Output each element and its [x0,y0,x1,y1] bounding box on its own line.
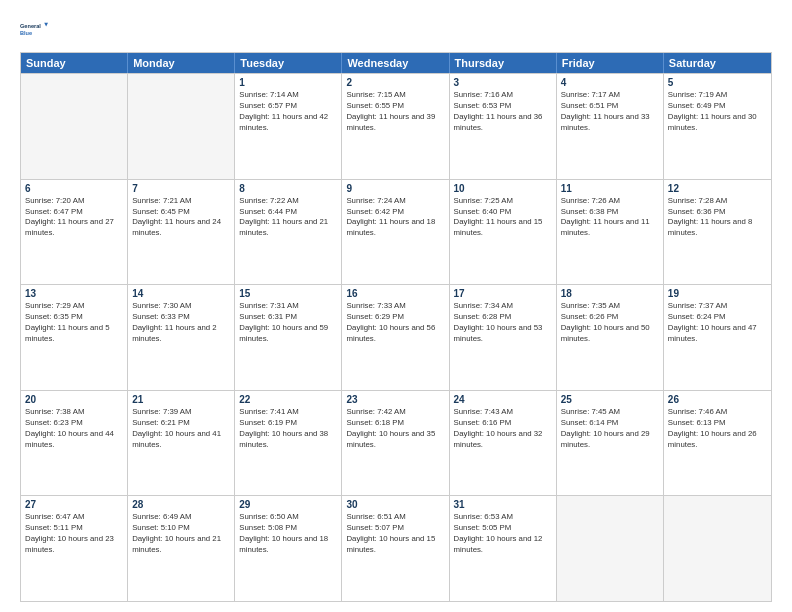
day-cell-5: 5Sunrise: 7:19 AMSunset: 6:49 PMDaylight… [664,74,771,179]
sun-info: Sunrise: 7:43 AMSunset: 6:16 PMDaylight:… [454,407,552,451]
svg-text:General: General [20,23,41,29]
day-number: 5 [668,77,767,88]
day-number: 24 [454,394,552,405]
day-cell-26: 26Sunrise: 7:46 AMSunset: 6:13 PMDayligh… [664,391,771,496]
sun-info: Sunrise: 7:45 AMSunset: 6:14 PMDaylight:… [561,407,659,451]
svg-text:Blue: Blue [20,30,32,36]
sun-info: Sunrise: 6:51 AMSunset: 5:07 PMDaylight:… [346,512,444,556]
sun-info: Sunrise: 7:14 AMSunset: 6:57 PMDaylight:… [239,90,337,134]
sun-info: Sunrise: 7:30 AMSunset: 6:33 PMDaylight:… [132,301,230,345]
day-number: 1 [239,77,337,88]
sun-info: Sunrise: 6:49 AMSunset: 5:10 PMDaylight:… [132,512,230,556]
header-day-thursday: Thursday [450,53,557,73]
sun-info: Sunrise: 7:31 AMSunset: 6:31 PMDaylight:… [239,301,337,345]
day-number: 12 [668,183,767,194]
sun-info: Sunrise: 7:26 AMSunset: 6:38 PMDaylight:… [561,196,659,240]
day-cell-20: 20Sunrise: 7:38 AMSunset: 6:23 PMDayligh… [21,391,128,496]
week-row-5: 27Sunrise: 6:47 AMSunset: 5:11 PMDayligh… [21,495,771,601]
header-day-saturday: Saturday [664,53,771,73]
sun-info: Sunrise: 7:46 AMSunset: 6:13 PMDaylight:… [668,407,767,451]
day-cell-21: 21Sunrise: 7:39 AMSunset: 6:21 PMDayligh… [128,391,235,496]
day-cell-11: 11Sunrise: 7:26 AMSunset: 6:38 PMDayligh… [557,180,664,285]
day-cell-24: 24Sunrise: 7:43 AMSunset: 6:16 PMDayligh… [450,391,557,496]
day-number: 18 [561,288,659,299]
svg-marker-2 [44,23,48,27]
week-row-2: 6Sunrise: 7:20 AMSunset: 6:47 PMDaylight… [21,179,771,285]
header-day-monday: Monday [128,53,235,73]
sun-info: Sunrise: 7:35 AMSunset: 6:26 PMDaylight:… [561,301,659,345]
week-row-1: 1Sunrise: 7:14 AMSunset: 6:57 PMDaylight… [21,73,771,179]
day-number: 28 [132,499,230,510]
sun-info: Sunrise: 7:37 AMSunset: 6:24 PMDaylight:… [668,301,767,345]
day-number: 3 [454,77,552,88]
logo: General Blue [20,16,48,44]
day-number: 15 [239,288,337,299]
empty-cell [21,74,128,179]
sun-info: Sunrise: 7:20 AMSunset: 6:47 PMDaylight:… [25,196,123,240]
calendar: SundayMondayTuesdayWednesdayThursdayFrid… [20,52,772,602]
header-day-friday: Friday [557,53,664,73]
day-cell-6: 6Sunrise: 7:20 AMSunset: 6:47 PMDaylight… [21,180,128,285]
day-cell-7: 7Sunrise: 7:21 AMSunset: 6:45 PMDaylight… [128,180,235,285]
day-cell-8: 8Sunrise: 7:22 AMSunset: 6:44 PMDaylight… [235,180,342,285]
sun-info: Sunrise: 7:25 AMSunset: 6:40 PMDaylight:… [454,196,552,240]
day-number: 11 [561,183,659,194]
day-cell-28: 28Sunrise: 6:49 AMSunset: 5:10 PMDayligh… [128,496,235,601]
sun-info: Sunrise: 6:50 AMSunset: 5:08 PMDaylight:… [239,512,337,556]
sun-info: Sunrise: 7:16 AMSunset: 6:53 PMDaylight:… [454,90,552,134]
day-cell-22: 22Sunrise: 7:41 AMSunset: 6:19 PMDayligh… [235,391,342,496]
day-cell-27: 27Sunrise: 6:47 AMSunset: 5:11 PMDayligh… [21,496,128,601]
sun-info: Sunrise: 7:33 AMSunset: 6:29 PMDaylight:… [346,301,444,345]
day-cell-3: 3Sunrise: 7:16 AMSunset: 6:53 PMDaylight… [450,74,557,179]
day-cell-10: 10Sunrise: 7:25 AMSunset: 6:40 PMDayligh… [450,180,557,285]
day-number: 29 [239,499,337,510]
week-row-3: 13Sunrise: 7:29 AMSunset: 6:35 PMDayligh… [21,284,771,390]
day-number: 30 [346,499,444,510]
day-number: 20 [25,394,123,405]
day-number: 22 [239,394,337,405]
day-cell-18: 18Sunrise: 7:35 AMSunset: 6:26 PMDayligh… [557,285,664,390]
day-number: 27 [25,499,123,510]
sun-info: Sunrise: 7:17 AMSunset: 6:51 PMDaylight:… [561,90,659,134]
sun-info: Sunrise: 6:47 AMSunset: 5:11 PMDaylight:… [25,512,123,556]
day-number: 23 [346,394,444,405]
day-cell-16: 16Sunrise: 7:33 AMSunset: 6:29 PMDayligh… [342,285,449,390]
calendar-header: SundayMondayTuesdayWednesdayThursdayFrid… [21,53,771,73]
sun-info: Sunrise: 7:24 AMSunset: 6:42 PMDaylight:… [346,196,444,240]
day-cell-15: 15Sunrise: 7:31 AMSunset: 6:31 PMDayligh… [235,285,342,390]
day-cell-30: 30Sunrise: 6:51 AMSunset: 5:07 PMDayligh… [342,496,449,601]
sun-info: Sunrise: 7:42 AMSunset: 6:18 PMDaylight:… [346,407,444,451]
day-number: 17 [454,288,552,299]
sun-info: Sunrise: 7:19 AMSunset: 6:49 PMDaylight:… [668,90,767,134]
header-day-sunday: Sunday [21,53,128,73]
day-number: 21 [132,394,230,405]
day-cell-12: 12Sunrise: 7:28 AMSunset: 6:36 PMDayligh… [664,180,771,285]
sun-info: Sunrise: 6:53 AMSunset: 5:05 PMDaylight:… [454,512,552,556]
empty-cell [664,496,771,601]
day-number: 10 [454,183,552,194]
sun-info: Sunrise: 7:28 AMSunset: 6:36 PMDaylight:… [668,196,767,240]
week-row-4: 20Sunrise: 7:38 AMSunset: 6:23 PMDayligh… [21,390,771,496]
calendar-body: 1Sunrise: 7:14 AMSunset: 6:57 PMDaylight… [21,73,771,601]
header: General Blue [20,16,772,44]
sun-info: Sunrise: 7:21 AMSunset: 6:45 PMDaylight:… [132,196,230,240]
day-cell-2: 2Sunrise: 7:15 AMSunset: 6:55 PMDaylight… [342,74,449,179]
sun-info: Sunrise: 7:29 AMSunset: 6:35 PMDaylight:… [25,301,123,345]
day-number: 2 [346,77,444,88]
calendar-page: General Blue SundayMondayTuesdayWednesda… [0,0,792,612]
day-cell-14: 14Sunrise: 7:30 AMSunset: 6:33 PMDayligh… [128,285,235,390]
day-cell-17: 17Sunrise: 7:34 AMSunset: 6:28 PMDayligh… [450,285,557,390]
sun-info: Sunrise: 7:22 AMSunset: 6:44 PMDaylight:… [239,196,337,240]
day-cell-13: 13Sunrise: 7:29 AMSunset: 6:35 PMDayligh… [21,285,128,390]
empty-cell [557,496,664,601]
day-cell-25: 25Sunrise: 7:45 AMSunset: 6:14 PMDayligh… [557,391,664,496]
day-cell-23: 23Sunrise: 7:42 AMSunset: 6:18 PMDayligh… [342,391,449,496]
day-cell-4: 4Sunrise: 7:17 AMSunset: 6:51 PMDaylight… [557,74,664,179]
empty-cell [128,74,235,179]
day-number: 14 [132,288,230,299]
day-number: 13 [25,288,123,299]
day-number: 8 [239,183,337,194]
day-number: 26 [668,394,767,405]
day-cell-19: 19Sunrise: 7:37 AMSunset: 6:24 PMDayligh… [664,285,771,390]
day-number: 4 [561,77,659,88]
